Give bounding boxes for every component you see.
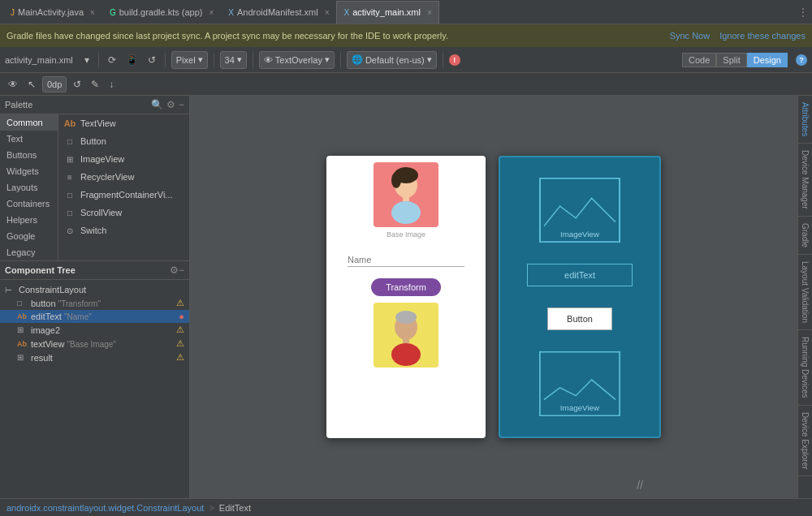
- help-indicator[interactable]: ?: [796, 54, 807, 66]
- left-panel: Palette 🔍 ⚙ − Common Text Buttons Widget…: [0, 96, 190, 498]
- close-icon-3[interactable]: ×: [427, 8, 432, 17]
- palette-categories: Common Text Buttons Widgets Layouts Cont…: [0, 114, 189, 260]
- separator-2: [165, 53, 166, 67]
- cat-widgets[interactable]: Widgets: [0, 163, 58, 179]
- palette-settings-btn[interactable]: ⚙: [166, 99, 175, 110]
- layout-validation-tab[interactable]: Layout Validation: [798, 255, 812, 330]
- pixel-device-label: Pixel: [176, 55, 196, 65]
- transform-button[interactable]: Transform: [371, 278, 441, 296]
- tab-android-manifest[interactable]: X AndroidManifest.xml ×: [221, 1, 336, 24]
- cat-containers[interactable]: Containers: [0, 196, 58, 212]
- secondary-toolbar: 👁 ↖ 0dp ↺ ✎ ↓: [0, 73, 812, 96]
- palette-search-btn[interactable]: 🔍: [151, 99, 163, 110]
- dropdown-arrow[interactable]: ▾: [81, 53, 93, 67]
- tree-image2[interactable]: ⊞ image2 ⚠: [0, 323, 189, 337]
- globe-icon: 🌐: [352, 54, 363, 65]
- canvas-area: Base Image Transform: [190, 96, 797, 498]
- tab-main-activity[interactable]: J MainActivity.java ×: [3, 1, 102, 24]
- tab-build-gradle[interactable]: G build.gradle.kts (app) ×: [102, 1, 221, 24]
- file-name-label: activity_main.xml: [5, 55, 73, 65]
- tab-activity-main[interactable]: X activity_main.xml ×: [336, 1, 438, 24]
- orientation-btn[interactable]: ⟳: [105, 53, 119, 67]
- component-tree-collapse-btn[interactable]: −: [179, 264, 184, 276]
- main-layout: Palette 🔍 ⚙ − Common Text Buttons Widget…: [0, 96, 812, 498]
- edittext-tree-icon: Ab: [17, 312, 28, 320]
- cat-layouts[interactable]: Layouts: [0, 179, 58, 196]
- code-view-btn[interactable]: Code: [682, 53, 716, 67]
- sync-now-link[interactable]: Sync Now: [670, 31, 710, 41]
- tree-content: ⊢ ConstraintLayout □ button "Transform" …: [0, 280, 189, 498]
- warning-icon-image2: ⚠: [176, 325, 184, 335]
- java-icon: J: [11, 8, 15, 17]
- palette-collapse-btn[interactable]: −: [179, 99, 184, 110]
- warning-icon-button: ⚠: [176, 298, 184, 308]
- svg-rect-10: [403, 337, 409, 343]
- pixel-device-dropdown[interactable]: Pixel ▾: [171, 51, 208, 69]
- component-tree-title: Component Tree: [5, 265, 170, 275]
- resize-handle[interactable]: //: [637, 479, 643, 492]
- name-input-field[interactable]: [348, 253, 464, 267]
- device-explorer-tab[interactable]: Device Explorer: [798, 406, 812, 477]
- error-icon-edittext: ●: [179, 312, 184, 321]
- cat-common[interactable]: Common: [0, 114, 58, 131]
- running-devices-tab[interactable]: Running Devices: [798, 330, 812, 406]
- blueprint-frame: ImageView editText Button ImageView: [499, 156, 661, 438]
- result-tree-icon: ⊞: [17, 353, 28, 362]
- widget-fragment[interactable]: □ FragmentContainerVi...: [58, 186, 189, 204]
- close-icon-2[interactable]: ×: [325, 8, 330, 17]
- cat-helpers[interactable]: Helpers: [0, 212, 58, 228]
- device-btn[interactable]: 📱: [123, 53, 141, 67]
- cat-google[interactable]: Google: [0, 228, 58, 244]
- split-view-btn[interactable]: Split: [716, 53, 746, 67]
- attributes-tab[interactable]: Attributes: [798, 96, 812, 144]
- text-overlay-dropdown[interactable]: 👁 TextOverlay ▾: [259, 51, 335, 69]
- widget-imageview[interactable]: ⊞ ImageView: [58, 150, 189, 168]
- component-tree-settings-btn[interactable]: ⚙: [170, 264, 179, 276]
- tree-result[interactable]: ⊞ result ⚠: [0, 350, 189, 364]
- arrow-down-btn[interactable]: ↓: [106, 77, 117, 92]
- ignore-changes-link[interactable]: Ignore these changes: [719, 31, 806, 41]
- api-level-label: 34: [225, 55, 235, 65]
- tree-edittext[interactable]: Ab editText "Name" ●: [0, 310, 189, 323]
- cat-legacy[interactable]: Legacy: [0, 244, 58, 260]
- eye-toggle-btn[interactable]: 👁: [5, 77, 21, 92]
- widget-button[interactable]: □ Button: [58, 132, 189, 150]
- cat-buttons[interactable]: Buttons: [0, 147, 58, 163]
- pencil-btn[interactable]: ✎: [88, 77, 102, 92]
- device-manager-tab[interactable]: Device Manager: [798, 144, 812, 217]
- locale-dropdown[interactable]: 🌐 Default (en-us) ▾: [347, 51, 437, 69]
- name-input-container: [333, 239, 479, 267]
- palette-panel: Palette 🔍 ⚙ − Common Text Buttons Widget…: [0, 96, 189, 260]
- close-icon-0[interactable]: ×: [90, 8, 95, 17]
- dp-input[interactable]: 0dp: [42, 76, 67, 92]
- svg-text:ImageView: ImageView: [560, 230, 600, 239]
- widget-scrollview[interactable]: □ ScrollView: [58, 204, 189, 221]
- tree-button[interactable]: □ button "Transform" ⚠: [0, 296, 189, 310]
- status-constraint-layout-link[interactable]: androidx.constraintlayout.widget.Constra…: [6, 503, 204, 513]
- svg-point-4: [391, 201, 421, 224]
- palette-header: Palette 🔍 ⚙ −: [0, 96, 189, 114]
- cat-text[interactable]: Text: [0, 131, 58, 147]
- widget-switch[interactable]: ⊙ Switch: [58, 221, 189, 239]
- api-level-dropdown[interactable]: 34 ▾: [220, 51, 247, 69]
- svg-point-9: [391, 343, 421, 366]
- refresh-btn[interactable]: ↺: [70, 77, 84, 92]
- bp-button: Button: [547, 307, 612, 330]
- more-tabs-button[interactable]: ⋮: [797, 6, 809, 19]
- warning-icon-textview: ⚠: [176, 338, 184, 349]
- status-bar: androidx.constraintlayout.widget.Constra…: [0, 498, 812, 516]
- warning-icon-result: ⚠: [176, 352, 184, 363]
- gradle-tab[interactable]: Gradle: [798, 217, 812, 255]
- text-overlay-label: TextOverlay: [275, 55, 322, 65]
- design-view-btn[interactable]: Design: [747, 53, 788, 67]
- error-indicator[interactable]: !: [449, 54, 460, 66]
- widget-textview[interactable]: Ab TextView: [58, 114, 189, 132]
- tree-constraint-layout[interactable]: ⊢ ConstraintLayout: [0, 283, 189, 296]
- cursor-btn[interactable]: ↖: [24, 77, 39, 92]
- image2-tree-icon: ⊞: [17, 325, 28, 334]
- sync-btn[interactable]: ↺: [145, 53, 159, 67]
- tree-textview[interactable]: Ab textView "Base Image" ⚠: [0, 337, 189, 350]
- chevron-down-icon-4: ▾: [427, 54, 432, 65]
- widget-recyclerview[interactable]: ≡ RecyclerView: [58, 168, 189, 186]
- close-icon-1[interactable]: ×: [209, 8, 214, 17]
